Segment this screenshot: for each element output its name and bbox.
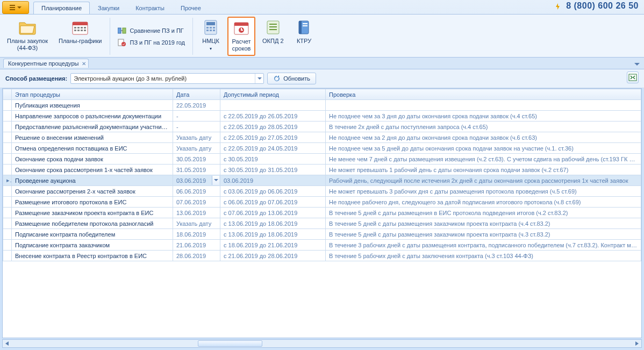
svg-rect-6 [74, 30, 76, 31]
procedure-grid[interactable]: Этап процедуры Дата Допустимый период Пр… [3, 89, 641, 261]
row-marker [3, 122, 12, 132]
btn-plans-zakupok[interactable]: Планы закупок(44-ФЗ) [3, 17, 52, 56]
cell-date[interactable]: 06.06.2019 [173, 186, 220, 197]
book-icon [295, 18, 314, 37]
cell-check: В течение 5 дней с даты размещения заказ… [326, 229, 641, 240]
table-row[interactable]: Окончание срока подачи заявок30.05.2019с… [3, 154, 641, 165]
svg-rect-11 [123, 28, 126, 33]
btn-raschet-srokov[interactable]: Расчетсроков [227, 17, 255, 56]
cell-period: с 22.05.2019 до 26.05.2019 [220, 111, 326, 122]
btn-ktru[interactable]: КТРУ [291, 17, 318, 56]
btn-plans-grafiki[interactable]: Планы-графики [55, 17, 106, 56]
cell-date[interactable]: 31.05.2019 [173, 165, 220, 175]
cell-date[interactable]: - [173, 122, 220, 132]
cell-date[interactable]: 21.06.2019 [173, 240, 220, 251]
cell-date[interactable]: 13.06.2019 [173, 208, 220, 218]
app-menu-button[interactable] [2, 1, 29, 14]
cell-date[interactable]: - [173, 111, 220, 122]
cell-stage: Направление запросов о разъяснении докум… [12, 111, 173, 122]
table-row[interactable]: Решение о внесении измененийУказать дату… [3, 132, 641, 143]
compare-icon [118, 27, 126, 34]
table-row[interactable]: Окончание рассмотрения 2-х частей заявок… [3, 186, 641, 197]
svg-rect-1 [73, 22, 88, 25]
refresh-button[interactable]: Обновить [267, 73, 316, 84]
table-row[interactable]: Окончание срока рассмотрения 1-х частей … [3, 165, 641, 175]
table-row[interactable]: ▸Проведение аукциона03.06.201903.06.2019… [3, 175, 641, 186]
doc-tabs-menu[interactable] [634, 61, 640, 67]
cell-period: с 07.06.2019 до 13.06.2019 [220, 208, 326, 218]
col-stage[interactable]: Этап процедуры [12, 89, 173, 100]
cell-stage: Подписание контракта победителем [12, 229, 173, 240]
cell-date[interactable]: 28.06.2019 [173, 251, 220, 261]
cell-period [220, 100, 326, 111]
row-marker [3, 111, 12, 122]
scroll-thumb[interactable] [198, 340, 262, 347]
cell-check: Не может превышать 1 рабочий день с даты… [326, 165, 641, 175]
btn-okpd2[interactable]: ОКПД 2 [259, 17, 288, 56]
export-excel-button[interactable] [627, 72, 639, 83]
cell-date[interactable]: Указать дату [173, 143, 220, 154]
table-row[interactable]: Подписание контракта заказчиком21.06.201… [3, 240, 641, 251]
table-row[interactable]: Публикация извещения22.05.2019 [3, 100, 641, 111]
cell-stage: Публикация извещения [12, 100, 173, 111]
cell-check: Не может превышать 3 рабочих дня с даты … [326, 186, 641, 197]
svg-rect-15 [206, 22, 215, 25]
tab-contracts[interactable]: Контракты [127, 2, 173, 14]
svg-rect-20 [210, 30, 212, 31]
link-compare-pz-pg[interactable]: Сравнение ПЗ и ПГ [118, 27, 185, 34]
excel-icon [628, 73, 637, 82]
col-period[interactable]: Допустимый период [220, 89, 326, 100]
scroll-right-arrow[interactable] [633, 340, 641, 347]
col-marker[interactable] [3, 89, 12, 100]
table-row[interactable]: Отмена определения поставщика в ЕИСУказа… [3, 143, 641, 154]
cell-date[interactable]: 03.06.2019 [173, 175, 220, 186]
table-row[interactable]: Размещение победителем протокола разногл… [3, 218, 641, 229]
cell-check [326, 100, 641, 111]
placement-input[interactable] [71, 75, 255, 82]
table-row[interactable]: Внесение контракта в Реестр контрактов в… [3, 251, 641, 261]
calculator-icon [201, 18, 220, 37]
col-date[interactable]: Дата [173, 89, 220, 100]
cell-stage: Подписание контракта заказчиком [12, 240, 173, 251]
calendar-icon [70, 18, 90, 37]
placement-label: Способ размещения: [5, 75, 67, 82]
scroll-left-arrow[interactable] [3, 340, 11, 347]
table-row[interactable]: Направление запросов о разъяснении докум… [3, 111, 641, 122]
link-pz-pg-2019[interactable]: ПЗ и ПГ на 2019 год [118, 39, 185, 46]
close-icon[interactable]: ✕ [82, 61, 86, 67]
cell-check: Не позднее чем за 3 дня до даты окончани… [326, 111, 641, 122]
tab-planning[interactable]: Планирование [33, 2, 90, 14]
svg-point-13 [121, 42, 126, 46]
chevron-down-icon[interactable] [255, 74, 263, 83]
cell-check: В течение 3 рабочих дней с даты размещен… [326, 240, 641, 251]
cell-date[interactable]: Указать дату [173, 132, 220, 143]
table-row[interactable]: Размещение заказчиком проекта контракта … [3, 208, 641, 218]
cell-date[interactable]: 30.05.2019 [173, 154, 220, 165]
horizontal-scrollbar[interactable] [2, 339, 642, 348]
doc-tab-competitive[interactable]: Конкурентные процедуры ✕ [3, 59, 89, 68]
tab-procurement[interactable]: Закупки [90, 2, 127, 14]
placement-combo[interactable] [70, 73, 264, 84]
row-marker [3, 186, 12, 197]
tab-other[interactable]: Прочее [173, 2, 209, 14]
row-marker [3, 218, 12, 229]
row-marker [3, 240, 12, 251]
cell-check: В течение 2х дней с даты поступления зап… [326, 122, 641, 132]
svg-rect-10 [118, 28, 121, 33]
cell-date[interactable]: 22.05.2019 [173, 100, 220, 111]
cell-date[interactable]: Указать дату [173, 218, 220, 229]
svg-rect-16 [206, 27, 209, 28]
cell-stage: Внесение контракта в Реестр контрактов в… [12, 251, 173, 261]
cell-date[interactable]: 07.06.2019 [173, 197, 220, 208]
table-row[interactable]: Размещение итогового протокола в ЕИС07.0… [3, 197, 641, 208]
table-row[interactable]: Предоставление разъяснений документации … [3, 122, 641, 132]
svg-rect-18 [213, 27, 215, 28]
date-dropdown-icon[interactable] [212, 176, 219, 185]
cell-check: Не позднее чем за 2 дня до даты окончани… [326, 132, 641, 143]
btn-nmck[interactable]: НМЦК▾ [197, 17, 224, 56]
col-check[interactable]: Проверка [326, 89, 641, 100]
cell-date[interactable]: 18.06.2019 [173, 229, 220, 240]
svg-rect-8 [81, 30, 83, 31]
cell-check: В течение 5 дней с даты размещения в ЕИС… [326, 208, 641, 218]
table-row[interactable]: Подписание контракта победителем18.06.20… [3, 229, 641, 240]
